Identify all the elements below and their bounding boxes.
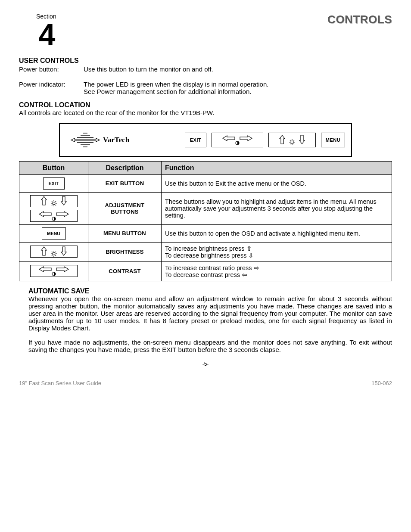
panel-menu-button: MENU — [321, 133, 345, 147]
row-func-line1: To increase contrast ratio press ⇨ — [165, 264, 388, 271]
power-indicator-label: Power indicator: — [19, 81, 84, 95]
row-func: Use this button to open the OSD and acti… — [162, 224, 392, 242]
page-number: -5- — [19, 361, 392, 367]
auto-save-p1: Whenever you open the on-screen menu and… — [28, 295, 392, 332]
row-desc: CONTRAST — [88, 261, 162, 281]
page-title: CONTROLS — [327, 13, 392, 26]
auto-save-heading: AUTOMATIC SAVE — [28, 287, 392, 295]
exit-button-glyph: EXIT — [43, 177, 65, 190]
panel-contrast-button — [212, 133, 263, 147]
footer-right: 150-062 — [371, 380, 392, 386]
power-indicator-text-2: See Power management section for additio… — [84, 88, 392, 95]
user-controls-heading: USER CONTROLS — [19, 57, 392, 65]
row-func-line1: To increase brightness press ⇧ — [165, 245, 388, 252]
row-desc: MENU BUTTON — [88, 224, 162, 242]
panel-exit-button: EXIT — [185, 133, 206, 147]
left-right-arrow-icon — [38, 210, 69, 221]
row-desc: ADJUSTMENT BUTTONS — [88, 192, 162, 224]
row-func: Use this button to Exit the active menu … — [162, 174, 392, 192]
panel-brightness-button — [268, 133, 316, 147]
controls-table: Button Description Function EXIT EXIT BU… — [19, 161, 392, 281]
th-function: Function — [162, 161, 392, 174]
vartech-brand: VarTech — [103, 136, 129, 144]
updown-button-glyph — [30, 246, 78, 258]
power-indicator-text-1: The power LED is green when the display … — [84, 81, 392, 88]
row-desc: BRIGHTNESS — [88, 242, 162, 261]
up-down-arrow-icon — [40, 196, 68, 207]
control-panel-figure: VarTech EXIT MENU — [59, 123, 352, 157]
table-row: BRIGHTNESS To increase brightness press … — [19, 242, 392, 261]
leftright-button-glyph — [30, 210, 78, 222]
updown-button-glyph — [30, 195, 78, 207]
table-row: MENU MENU BUTTON Use this button to open… — [19, 224, 392, 242]
row-func-line2: To decrease brightness press ⇩ — [165, 252, 388, 259]
control-location-text: All controls are located on the rear of … — [19, 109, 392, 116]
table-row: ADJUSTMENT BUTTONS These buttons allow y… — [19, 192, 392, 224]
row-func-line2: To decrease contrast press ⇦ — [165, 271, 388, 278]
section-number: 4 — [38, 22, 54, 48]
th-button: Button — [19, 161, 88, 174]
table-row: EXIT EXIT BUTTON Use this button to Exit… — [19, 174, 392, 192]
power-button-label: Power button: — [19, 65, 84, 73]
up-down-arrow-icon — [40, 246, 68, 257]
left-right-arrow-icon — [38, 265, 69, 277]
row-desc: EXIT BUTTON — [88, 174, 162, 192]
power-button-text: Use this button to turn the monitor on a… — [84, 65, 392, 73]
vartech-logo: VarTech — [70, 132, 129, 148]
th-description: Description — [88, 161, 162, 174]
leftright-button-glyph — [30, 265, 78, 277]
vartech-lines-icon — [70, 132, 100, 148]
up-down-arrow-icon — [278, 134, 306, 146]
footer-left: 19" Fast Scan Series User Guide — [19, 380, 101, 386]
left-right-arrow-icon — [222, 134, 253, 146]
menu-button-glyph: MENU — [42, 227, 66, 240]
auto-save-p2: If you have made no adjustments, the on-… — [28, 339, 392, 353]
control-location-heading: CONTROL LOCATION — [19, 101, 392, 109]
row-func: These buttons allow you to highlight and… — [162, 192, 392, 224]
table-row: CONTRAST To increase contrast ratio pres… — [19, 261, 392, 281]
